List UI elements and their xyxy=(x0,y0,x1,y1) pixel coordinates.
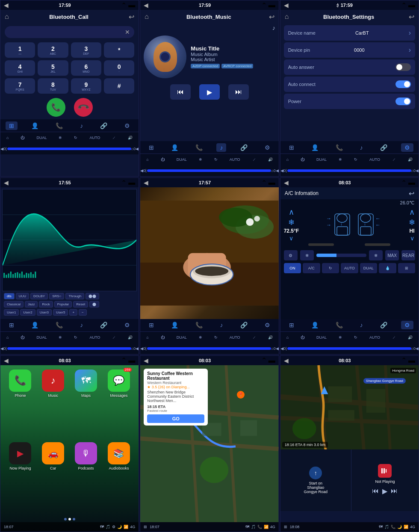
eq-jazz[interactable]: Jazz xyxy=(25,301,38,307)
tab-music-p4[interactable]: ♪ xyxy=(77,321,86,329)
dial-6[interactable]: 6MNO xyxy=(71,60,101,76)
tab-music-icon[interactable]: ♪ xyxy=(77,121,86,130)
tab-user-icon[interactable]: 👤 xyxy=(28,121,42,130)
ctrl-vol-p4[interactable]: 🔊 xyxy=(128,335,133,340)
ctrl-ac[interactable]: ↻ xyxy=(74,136,77,140)
tab-grid-icon[interactable]: ⊞ xyxy=(6,121,18,130)
tab-phone-p4[interactable]: 📞 xyxy=(52,321,66,329)
next-button[interactable]: ⏭ xyxy=(228,84,249,100)
ac-fan-icon-btn[interactable]: ❄ xyxy=(300,250,314,260)
ctrl-fan-p6[interactable]: ❄ xyxy=(339,335,342,340)
dial-8[interactable]: 8TUV xyxy=(38,78,68,94)
eq-dots[interactable]: ⬤⬤ xyxy=(86,293,99,299)
tab-user-p2[interactable]: 👤 xyxy=(168,143,182,152)
dial-hash[interactable]: # xyxy=(104,78,134,94)
page-dot-1[interactable] xyxy=(64,518,67,520)
ctrl-angle-p3[interactable]: ⟋ xyxy=(392,157,396,162)
ctrl-r-p5[interactable]: ◀ xyxy=(276,346,279,351)
ctrl-fan-p2[interactable]: ❄ xyxy=(199,157,202,162)
tab-link-p6[interactable]: 🔗 xyxy=(377,321,391,329)
ac-left-up-arrow[interactable]: ∧ xyxy=(289,207,294,217)
ctrl-angle-p2[interactable]: ⟋ xyxy=(252,157,256,162)
tab-user-p4[interactable]: 👤 xyxy=(28,321,42,329)
tab-music-p2[interactable]: ♪ xyxy=(216,143,226,152)
tab-grid-p3[interactable]: ⊞ xyxy=(286,143,298,152)
ctrl-power[interactable]: ⏻ xyxy=(21,136,24,140)
nav-music-icon[interactable]: 🎵 xyxy=(251,525,256,529)
ctrl-fan-p3[interactable]: ❄ xyxy=(339,157,342,162)
ctrl-angle-p6[interactable]: ⟋ xyxy=(392,335,396,340)
ctrl-s-p5[interactable] xyxy=(147,347,271,350)
home-icon-p2[interactable]: ⌂ xyxy=(145,13,149,21)
ctrl-vol-p3[interactable]: 🔊 xyxy=(408,157,413,162)
ctrl-home-p2[interactable]: ⌂ xyxy=(146,157,148,162)
ctrl-ac-p4[interactable]: ↻ xyxy=(74,335,77,340)
ctrl-home[interactable]: ⌂ xyxy=(6,136,9,140)
carplay-music-icon[interactable]: 🎵 xyxy=(384,525,389,529)
eq-dolby[interactable]: DOLBY xyxy=(30,293,48,299)
back-arrow-p2[interactable]: ◀ xyxy=(144,2,148,9)
go-button[interactable]: GO xyxy=(147,414,204,423)
eq-uuu[interactable]: UUU xyxy=(16,293,29,299)
ctrl-l-p6[interactable]: ◀ xyxy=(280,346,283,351)
ac-right-heat-bar[interactable] xyxy=(365,243,390,246)
ctrl-l-p5[interactable]: ◀ xyxy=(140,346,143,351)
ctrl-left-p2[interactable]: ◀ xyxy=(140,168,143,173)
ac-right-up-arrow[interactable]: ∧ xyxy=(409,207,415,217)
carplay-phone-icon[interactable]: 📞 xyxy=(391,525,395,529)
eq-indicator[interactable]: ⬤ xyxy=(89,301,99,307)
tab-link-p5[interactable]: 🔗 xyxy=(237,321,251,329)
setting-device-pin[interactable]: Device pin 0000 › xyxy=(284,42,415,58)
ctrl-home-p5[interactable]: ⌂ xyxy=(146,335,148,340)
back-icon-p1[interactable]: ↩ xyxy=(129,13,134,21)
nav-grid-icon[interactable]: ⊞ xyxy=(144,525,147,529)
dial-star[interactable]: * xyxy=(104,42,134,58)
ios-app-nowplaying[interactable]: ▶ Now Playing xyxy=(6,442,35,512)
tab-settings-p5[interactable]: ⚙ xyxy=(261,321,274,329)
tab-settings-p6[interactable]: ⚙ xyxy=(401,321,413,329)
hangup-button[interactable]: 📞 xyxy=(70,94,97,121)
dial-5[interactable]: 5JKL xyxy=(38,60,68,76)
ctrl-power-p4[interactable]: ⏻ xyxy=(21,335,24,340)
back-icon-p2[interactable]: ↩ xyxy=(269,13,274,21)
tab-music-p5[interactable]: ♪ xyxy=(216,321,226,329)
ios-app-music[interactable]: ♪ Music xyxy=(38,369,68,439)
carplay-maps-icon[interactable]: 🗺 xyxy=(379,525,383,529)
play-pause-button[interactable]: ▶ xyxy=(199,84,220,100)
ctrl-fan[interactable]: ❄ xyxy=(59,136,62,140)
tab-settings-p3[interactable]: ⚙ xyxy=(401,143,413,152)
eq-user1[interactable]: User1 xyxy=(4,309,19,316)
ac-mode-on[interactable]: ON xyxy=(284,263,301,273)
prev-button[interactable]: ⏮ xyxy=(170,84,191,100)
nav-phone-icon[interactable]: 📞 xyxy=(257,525,262,529)
tab-phone-p6[interactable]: 📞 xyxy=(332,321,346,329)
ctrl-right-p3[interactable]: ◀ xyxy=(416,168,419,173)
eq-reset[interactable]: Reset xyxy=(73,301,88,307)
page-dot-3[interactable] xyxy=(73,518,75,520)
page-dot-2[interactable] xyxy=(68,518,71,520)
ac-settings-btn[interactable]: ⚙ xyxy=(284,250,298,260)
tab-user-p6[interactable]: 👤 xyxy=(308,321,322,329)
dial-1[interactable]: 1— xyxy=(5,42,35,58)
ios-maps-icon[interactable]: 🗺 xyxy=(100,525,104,529)
back-arrow-p7[interactable]: ◀ xyxy=(4,357,9,364)
back-arrow-p1[interactable]: ◀ xyxy=(4,2,9,9)
setting-device-name[interactable]: Device name CarBT › xyxy=(284,25,415,41)
ctrl-slider-p3[interactable] xyxy=(287,169,411,172)
eq-dts[interactable]: dts xyxy=(4,293,15,299)
carplay-grid-icon[interactable]: ⊞ xyxy=(284,525,287,529)
ac-fan-high[interactable]: ❄ xyxy=(369,250,383,260)
ctrl-r-p4[interactable]: ◀ xyxy=(136,346,139,351)
ac-down-arrow-left[interactable]: ∨ xyxy=(289,235,293,242)
eq-rock[interactable]: Rock xyxy=(39,301,53,307)
ios-music-icon[interactable]: 🎵 xyxy=(106,525,110,529)
tab-settings-p2[interactable]: ⚙ xyxy=(261,143,274,152)
ctrl-vol-p5[interactable]: 🔊 xyxy=(268,335,273,340)
auto-answer-toggle[interactable] xyxy=(395,63,411,71)
dial-0[interactable]: 0· xyxy=(104,60,134,76)
tab-grid-p6[interactable]: ⊞ xyxy=(286,321,298,329)
ctrl-slider-p2[interactable] xyxy=(147,169,271,172)
ac-back-icon[interactable]: ↩ xyxy=(409,189,414,198)
ac-left-heat-bar[interactable] xyxy=(308,243,334,246)
ctrl-l-p4[interactable]: ◀ xyxy=(0,346,3,351)
